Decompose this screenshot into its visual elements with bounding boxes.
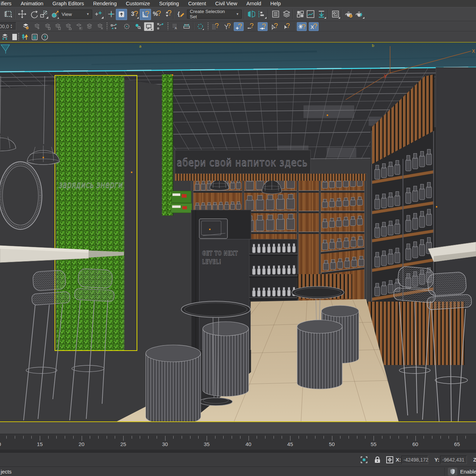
render-setup-icon[interactable] (330, 9, 341, 19)
x-coordinate-value: -42498,172 (403, 457, 428, 463)
layer-manager-icon[interactable] (21, 22, 30, 30)
angle-snap-icon[interactable] (140, 9, 151, 20)
render-production-icon[interactable] (355, 9, 365, 19)
notes-icon[interactable] (30, 32, 39, 41)
percent-snap-icon[interactable]: % (151, 9, 162, 19)
mirror-icon[interactable] (246, 9, 257, 19)
paint-selection-icon[interactable] (144, 22, 154, 31)
perspective-viewport[interactable]: абери свой напиток здесь (0, 42, 476, 422)
cylinder-stool-1[interactable] (146, 345, 201, 421)
reference-coordinate-dropdown[interactable]: View ▼ (59, 10, 92, 19)
timeline-tick (274, 436, 274, 439)
timeline-tick (148, 436, 149, 439)
selection-circle-icon[interactable] (122, 22, 131, 30)
menu-item-content[interactable]: Content (183, 1, 211, 6)
bottle-shelf-unit[interactable] (249, 239, 298, 306)
select-and-manipulate-icon[interactable] (106, 9, 117, 19)
spinner-arrows-icon[interactable]: ▲▼ (10, 24, 12, 29)
snap-cursor-filled-icon[interactable] (282, 22, 291, 30)
x-coordinate-field[interactable]: -42498,172 (401, 456, 428, 464)
snap-plus-icon[interactable] (234, 22, 244, 31)
timeline-tick (173, 436, 174, 439)
create-layer-icon[interactable] (32, 22, 42, 30)
moss-wall[interactable]: зарядись энерги (56, 76, 124, 350)
marker-move-icon[interactable] (109, 22, 119, 30)
curve-editor-icon[interactable] (305, 9, 316, 19)
select-layer-objects-icon[interactable] (85, 22, 94, 30)
snaps-toggle-3d-icon[interactable]: 3 (129, 9, 139, 19)
copy-layer-icon[interactable] (53, 22, 62, 30)
sign-text: абери свой напиток здесь (177, 156, 308, 169)
menu-item-customize[interactable]: Customize (121, 1, 155, 6)
chevron-down-icon: ▼ (83, 12, 89, 16)
snap-endpoint-icon[interactable] (223, 22, 232, 30)
align-icon[interactable] (257, 9, 267, 19)
menu-item-help[interactable]: Help (266, 1, 286, 6)
snap-slider-icon[interactable] (258, 22, 268, 31)
vegetation-icon[interactable] (20, 32, 30, 41)
select-and-move-icon[interactable] (17, 9, 27, 19)
toolbar-separator (18, 33, 19, 41)
rendered-frame-window-icon[interactable] (344, 9, 354, 19)
snap-frozen-icon[interactable] (297, 22, 307, 31)
spinner-snap-icon[interactable] (162, 9, 173, 19)
import-layers-icon[interactable] (0, 32, 10, 41)
add-to-layer-icon[interactable] (74, 22, 83, 30)
selection-lock-icon[interactable] (373, 456, 382, 464)
delete-layer-icon[interactable] (43, 22, 52, 30)
menu-item-scripting[interactable]: Scripting (155, 1, 183, 6)
absolute-mode-icon[interactable] (386, 456, 394, 464)
menu-item-animation[interactable]: Animation (16, 1, 48, 6)
snap-x-icon[interactable]: X (309, 22, 319, 31)
isolate-selection-icon[interactable] (360, 456, 368, 464)
selection-lasso-icon[interactable] (196, 22, 205, 30)
menu-item-modifiers[interactable]: ifiers (0, 1, 16, 6)
timeline-tick (357, 436, 357, 439)
menu-item-rendering[interactable]: Rendering (89, 1, 121, 6)
layer-explorer-icon[interactable] (270, 9, 281, 19)
viewport-canvas[interactable]: абери свой напиток здесь (0, 43, 476, 421)
drink-sign[interactable]: абери свой напиток здесь (175, 150, 311, 174)
timeline-tick (157, 436, 157, 439)
subobject-squares-icon[interactable] (156, 22, 165, 30)
cylinder-stool-2[interactable] (203, 322, 249, 396)
soft-selection-icon[interactable] (133, 22, 143, 30)
y-coordinate-field[interactable]: -9642,431 (440, 456, 467, 464)
schematic-view-icon[interactable] (316, 9, 327, 19)
snap-cursor-icon[interactable] (270, 22, 279, 30)
microwave[interactable] (199, 219, 227, 239)
menu-item-graph-editors[interactable]: Graph Editors (48, 1, 88, 6)
named-selection-set-value: Create Selection Set (190, 9, 233, 19)
menu-item-civil-view[interactable]: Civil View (211, 1, 242, 6)
moss-wall-text: зарядись энерги (58, 179, 123, 190)
scene-security-button[interactable] (448, 468, 457, 476)
snap-edge-icon[interactable] (246, 22, 255, 30)
cylinder-stool-3[interactable] (297, 320, 342, 389)
help-icon[interactable]: ? (40, 32, 49, 41)
svg-text:3: 3 (131, 11, 134, 17)
select-and-scale-icon[interactable] (38, 9, 49, 19)
selection-region-icon[interactable] (4, 9, 14, 19)
use-pivot-center-icon[interactable] (94, 9, 104, 19)
snap-grid-icon[interactable] (211, 22, 220, 30)
edit-named-selection-sets-icon[interactable]: { (176, 9, 186, 19)
ribbon-toggle-icon[interactable] (295, 9, 306, 19)
scene-explorer-icon[interactable] (281, 9, 292, 19)
measure-distance-icon[interactable] (182, 22, 191, 30)
menu-item-arnold[interactable]: Arnold (242, 1, 266, 6)
white-bottles[interactable] (252, 243, 296, 297)
coordinate-spinner[interactable]: 00,0 ▲▼ (0, 22, 16, 30)
time-slider-track[interactable] (0, 422, 476, 434)
timeline-tick (215, 436, 215, 439)
grid-align-icon[interactable]: A (171, 22, 180, 30)
collapse-layers-icon[interactable] (95, 22, 105, 30)
named-selection-set-dropdown[interactable]: Create Selection Set ▼ (187, 10, 242, 19)
blank-page-icon[interactable] (10, 32, 19, 41)
toolbar-separator (193, 23, 194, 30)
timeline-ruler[interactable]: 101520253035404550556065 (0, 434, 476, 453)
keyboard-shortcut-override-icon[interactable] (116, 9, 127, 20)
product-boxes[interactable] (171, 191, 192, 213)
select-and-rotate-icon[interactable] (29, 9, 39, 19)
layer-home-icon[interactable] (64, 22, 73, 30)
axis-x-label: X (472, 48, 475, 54)
